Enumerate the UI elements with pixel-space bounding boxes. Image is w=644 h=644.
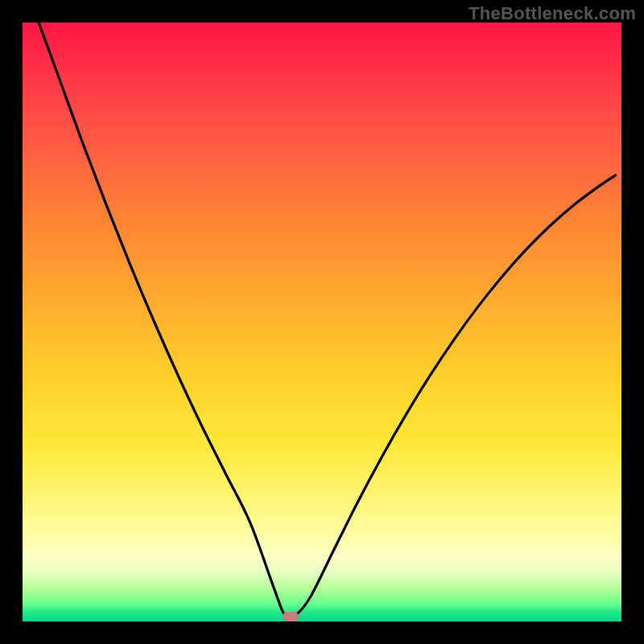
curve-svg bbox=[23, 23, 621, 621]
chart-frame: TheBottleneck.com bbox=[0, 0, 644, 644]
plot-area bbox=[23, 23, 621, 621]
watermark-text: TheBottleneck.com bbox=[469, 3, 636, 24]
bottleneck-curve bbox=[39, 23, 615, 618]
min-marker-icon bbox=[283, 612, 299, 621]
